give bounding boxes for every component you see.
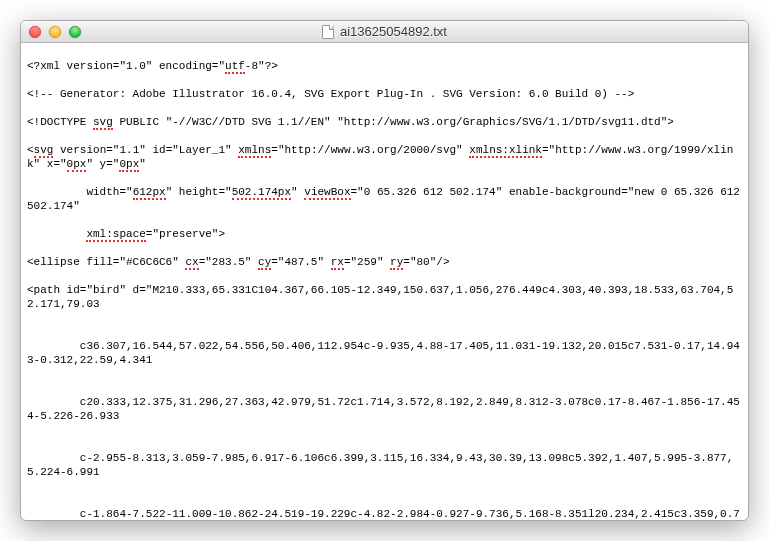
text-editor-window: ai13625054892.txt <?xml version="1.0" en…: [20, 20, 749, 521]
close-icon[interactable]: [29, 26, 41, 38]
minimize-icon[interactable]: [49, 26, 61, 38]
title-area: ai13625054892.txt: [21, 24, 748, 39]
titlebar[interactable]: ai13625054892.txt: [21, 21, 748, 43]
window-controls: [29, 26, 81, 38]
document-icon: [322, 25, 334, 39]
window-title: ai13625054892.txt: [340, 24, 447, 39]
text-content[interactable]: <?xml version="1.0" encoding="utf-8"?> <…: [21, 43, 748, 520]
zoom-icon[interactable]: [69, 26, 81, 38]
